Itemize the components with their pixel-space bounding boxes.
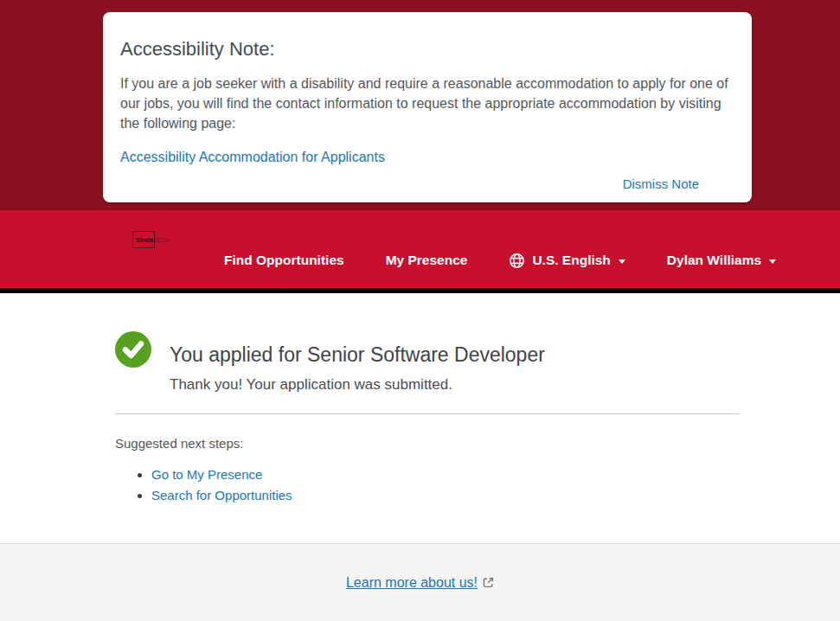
success-message-row: You applied for Senior Software Develope… bbox=[0, 293, 840, 394]
success-text-block: You applied for Senior Software Develope… bbox=[170, 331, 545, 394]
applied-title: You applied for Senior Software Develope… bbox=[170, 343, 545, 367]
confirmation-section: You applied for Senior Software Develope… bbox=[0, 293, 840, 543]
chevron-down-icon bbox=[769, 259, 776, 264]
page-footer: Learn more about us! bbox=[0, 543, 840, 621]
logo-text-primary: Strata bbox=[136, 237, 153, 243]
search-for-opportunities-link[interactable]: Search for Opportunities bbox=[151, 488, 292, 503]
nav-links-row: Find Opportunities My Presence U.S. Engl… bbox=[224, 251, 776, 270]
accessibility-accommodation-link[interactable]: Accessibility Accommodation for Applican… bbox=[120, 150, 385, 164]
main-navbar: StrataTECH Find Opportunities My Presenc… bbox=[0, 210, 840, 288]
globe-icon bbox=[509, 253, 525, 269]
learn-more-label: Learn more about us! bbox=[346, 575, 478, 591]
list-item: Go to My Presence bbox=[151, 467, 840, 482]
language-label: U.S. English bbox=[532, 251, 610, 270]
user-name-label: Dylan Williams bbox=[667, 251, 761, 270]
nav-item-my-presence[interactable]: My Presence bbox=[386, 251, 468, 270]
accessibility-note-title: Accessibility Note: bbox=[120, 38, 734, 61]
user-menu[interactable]: Dylan Williams bbox=[667, 251, 776, 270]
section-divider bbox=[115, 413, 740, 414]
company-logo-broken-image[interactable]: StrataTECH bbox=[132, 231, 155, 248]
language-menu[interactable]: U.S. English bbox=[509, 251, 625, 270]
check-circle-icon bbox=[115, 331, 151, 368]
next-steps-label: Suggested next steps: bbox=[115, 436, 840, 451]
top-banner-region: Accessibility Note: If you are a job see… bbox=[0, 0, 840, 210]
accessibility-note-body: If you are a job seeker with a disabilit… bbox=[120, 74, 731, 133]
learn-more-link[interactable]: Learn more about us! bbox=[346, 575, 494, 591]
accessibility-note-card: Accessibility Note: If you are a job see… bbox=[103, 12, 752, 202]
nav-item-find-opportunities[interactable]: Find Opportunities bbox=[224, 251, 344, 270]
dismiss-row: Dismiss Note bbox=[120, 176, 734, 192]
dismiss-note-link[interactable]: Dismiss Note bbox=[623, 176, 699, 191]
next-steps-list: Go to My Presence Search for Opportuniti… bbox=[115, 467, 840, 503]
list-item: Search for Opportunities bbox=[151, 488, 840, 503]
external-link-icon bbox=[483, 577, 494, 588]
chevron-down-icon bbox=[619, 259, 625, 264]
go-to-my-presence-link[interactable]: Go to My Presence bbox=[151, 467, 262, 482]
company-logo-alt-text: StrataTECH bbox=[133, 237, 170, 243]
logo-text-secondary: TECH bbox=[153, 237, 170, 243]
applied-subtitle: Thank you! Your application was submitte… bbox=[170, 376, 545, 394]
